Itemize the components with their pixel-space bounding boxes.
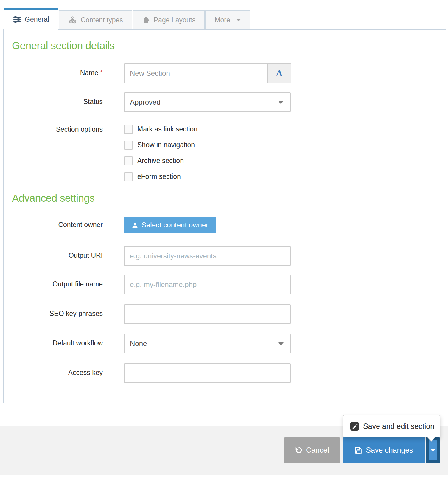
name-row: Name* A (12, 63, 437, 83)
default-workflow-label: Default workflow (12, 334, 103, 353)
caret-down-icon (278, 342, 284, 345)
name-input[interactable] (124, 63, 268, 83)
mark-as-link-section-checkbox[interactable] (124, 125, 133, 134)
output-file-name-label: Output file name (12, 275, 103, 294)
option-archive-section: Archive section (124, 153, 291, 169)
tab-general[interactable]: General (4, 8, 58, 30)
status-select[interactable]: Approved (124, 92, 291, 112)
eform-section-checkbox[interactable] (124, 172, 133, 181)
seo-key-phrases-input[interactable] (124, 304, 291, 324)
show-in-navigation-checkbox[interactable] (124, 141, 133, 150)
status-select-value: Approved (130, 98, 161, 106)
seo-key-phrases-label: SEO key phrases (12, 304, 103, 324)
checkbox-label: Mark as link section (137, 125, 197, 133)
button-label: Cancel (306, 446, 329, 454)
general-section-heading: General section details (12, 39, 437, 52)
output-uri-row: Output URI (12, 246, 437, 266)
access-key-label: Access key (12, 363, 103, 383)
tab-bar: General Content types Page Layouts More (4, 8, 251, 29)
section-options-row: Section options Mark as link section Sho… (12, 121, 437, 184)
status-label: Status (12, 92, 103, 112)
puzzle-icon (142, 16, 150, 24)
sliders-icon (13, 15, 21, 24)
access-key-row: Access key (12, 363, 437, 383)
advanced-settings-heading: Advanced settings (12, 192, 437, 205)
caret-down-icon (236, 19, 241, 21)
access-key-input[interactable] (124, 363, 291, 383)
default-workflow-select[interactable]: None (124, 334, 291, 353)
default-workflow-row: Default workflow None (12, 334, 437, 353)
seo-key-phrases-row: SEO key phrases (12, 304, 437, 324)
option-eform-section: eForm section (124, 169, 291, 184)
caret-down-icon (430, 449, 435, 452)
dropdown-toggle-inner (429, 440, 437, 460)
save-floppy-icon (354, 446, 362, 454)
name-language-addon-button[interactable]: A (268, 63, 291, 83)
tab-more[interactable]: More (205, 10, 250, 29)
section-options-label: Section options (12, 121, 103, 184)
output-file-name-input[interactable] (124, 275, 291, 294)
status-row: Status Approved (12, 92, 437, 112)
tab-label: More (214, 16, 230, 24)
section-editor-page: General Content types Page Layouts More (0, 0, 448, 481)
undo-icon (295, 446, 302, 454)
output-uri-input[interactable] (124, 246, 291, 266)
button-label: Select content owner (141, 221, 208, 229)
button-label: Save changes (366, 446, 413, 454)
tab-page-layouts[interactable]: Page Layouts (133, 10, 205, 29)
save-dropup-menu: Save and edit section (343, 415, 440, 437)
tab-label: Content types (81, 16, 123, 24)
checkbox-label: Show in navigation (137, 141, 195, 149)
general-tab-panel: General section details Name* A Status A… (3, 29, 446, 403)
save-changes-button[interactable]: Save changes (343, 437, 425, 463)
output-uri-label: Output URI (12, 246, 103, 266)
default-workflow-select-value: None (130, 339, 147, 348)
checkbox-label: Archive section (137, 157, 184, 165)
cancel-button[interactable]: Cancel (284, 437, 340, 463)
select-content-owner-button[interactable]: Select content owner (124, 217, 216, 233)
save-and-edit-section-menu-item[interactable]: Save and edit section (363, 422, 434, 431)
content-owner-row: Content owner Select content owner (12, 217, 437, 233)
caret-down-icon (278, 101, 284, 104)
option-show-in-navigation: Show in navigation (124, 137, 291, 153)
cubes-icon (68, 16, 77, 24)
option-mark-as-link-section: Mark as link section (124, 121, 291, 137)
content-owner-label: Content owner (12, 217, 103, 233)
name-label: Name* (12, 63, 103, 83)
output-file-name-row: Output file name (12, 275, 437, 294)
pencil-square-icon (350, 422, 359, 431)
required-asterisk: * (100, 69, 103, 77)
tab-content-types[interactable]: Content types (59, 10, 132, 29)
checkbox-label: eForm section (137, 173, 181, 181)
archive-section-checkbox[interactable] (124, 156, 133, 165)
tab-label: General (25, 15, 49, 24)
user-icon (132, 222, 138, 228)
tab-label: Page Layouts (154, 16, 196, 24)
